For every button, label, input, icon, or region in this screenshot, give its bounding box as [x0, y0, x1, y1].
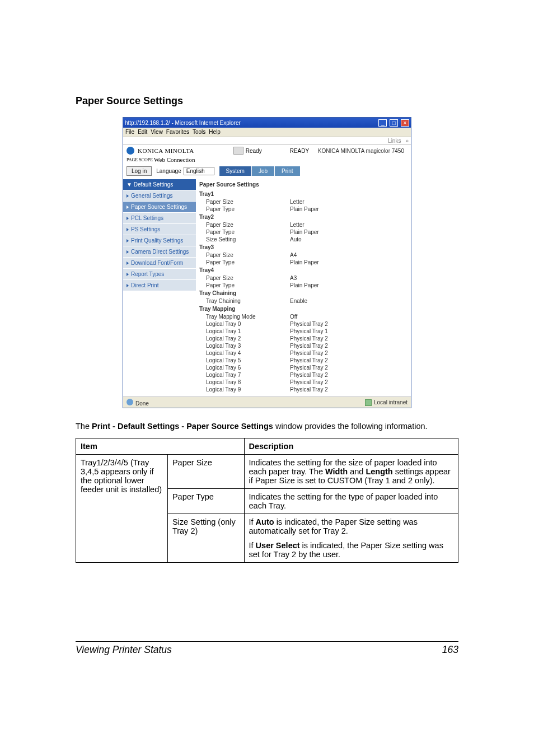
links-bar: Links »: [123, 137, 411, 145]
status-done: Done: [135, 400, 149, 407]
tray-row: Paper SizeLetter: [196, 221, 411, 228]
footer-page: 163: [442, 644, 458, 656]
col-desc: Description: [244, 438, 458, 455]
desc-size-setting: If Auto is indicated, the Paper Size set…: [244, 514, 458, 563]
info-table: Item Description Tray1/2/3/4/5 (Tray 3,4…: [76, 438, 458, 563]
brand-logo-icon: [127, 147, 134, 155]
zone-label: Local intranet: [374, 399, 407, 405]
tray-header: Tray2: [196, 213, 411, 221]
sidebar-item[interactable]: General Settings: [123, 190, 196, 201]
map-row: Logical Tray 2Physical Tray 2: [196, 335, 411, 342]
tray-chaining-header: Tray Chaining: [196, 289, 411, 297]
language-select[interactable]: English: [184, 167, 214, 175]
tray-row: Size SettingAuto: [196, 236, 411, 243]
tray-header: Tray1: [196, 190, 411, 198]
map-row: Logical Tray 5Physical Tray 2: [196, 357, 411, 364]
ie-logo-icon: [402, 129, 409, 136]
tray-row: Paper TypePlain Paper: [196, 206, 411, 213]
pagescope-text: Web Connection: [154, 156, 195, 163]
links-chevron-icon[interactable]: »: [405, 138, 409, 144]
login-button[interactable]: Log in: [127, 166, 152, 176]
item-paper-type: Paper Type: [167, 489, 244, 514]
sidebar-item[interactable]: PS Settings: [123, 223, 196, 235]
map-row: Logical Tray 9Physical Tray 2: [196, 386, 411, 393]
browser-status-bar: Done Local intranet: [123, 396, 411, 408]
col-item: Item: [76, 438, 245, 455]
model-label: KONICA MINOLTA magicolor 7450: [318, 148, 407, 154]
sidebar-header[interactable]: ▼ Default Settings: [123, 179, 196, 190]
minimize-button[interactable]: _: [378, 119, 387, 127]
footer-title: Viewing Printer Status: [76, 644, 172, 656]
tab-system[interactable]: System: [219, 166, 251, 176]
language-label: Language: [156, 168, 181, 174]
sidebar-item[interactable]: Print Quality Settings: [123, 235, 196, 246]
map-row: Logical Tray 3Physical Tray 2: [196, 342, 411, 349]
links-label: Links: [388, 138, 401, 144]
sidebar: ▼ Default Settings General SettingsPaper…: [123, 179, 196, 396]
tray-row: Paper TypePlain Paper: [196, 228, 411, 236]
sidebar-item[interactable]: Paper Source Settings: [123, 201, 196, 212]
desc-paper-size: Indicates the setting for the size of pa…: [244, 455, 458, 489]
tray-row: Paper TypePlain Paper: [196, 282, 411, 289]
item-tray-group: Tray1/2/3/4/5 (Tray 3,4,5 appears only i…: [76, 455, 168, 563]
tray-row: Paper TypePlain Paper: [196, 259, 411, 266]
brand-text: KONICA MINOLTA: [138, 147, 194, 154]
menu-favorites[interactable]: Favorites: [166, 129, 189, 135]
item-paper-size: Paper Size: [167, 455, 244, 489]
sidebar-item[interactable]: Download Font/Form: [123, 257, 196, 268]
tray-row: Paper SizeA4: [196, 251, 411, 259]
window-controls: _ □ ×: [377, 119, 409, 127]
tab-job[interactable]: Job: [252, 166, 274, 176]
status-main: READY: [290, 148, 309, 154]
section-title: Paper Source Settings: [76, 95, 458, 107]
tray-row: Paper SizeA3: [196, 274, 411, 282]
pagescope-sup: PAGE SCOPE: [127, 157, 153, 162]
zone-icon: [365, 399, 372, 406]
map-row: Logical Tray 4Physical Tray 2: [196, 349, 411, 357]
chain-row: Tray ChainingEnable: [196, 297, 411, 305]
title-bar: http://192.168.1.2/ - Microsoft Internet…: [123, 118, 411, 128]
sidebar-item[interactable]: Direct Print: [123, 279, 196, 291]
map-row: Logical Tray 7Physical Tray 2: [196, 371, 411, 379]
product-sub-brand: PAGE SCOPE Web Connection: [123, 155, 411, 166]
tray-row: Paper SizeLetter: [196, 198, 411, 206]
intro-text: The Print - Default Settings - Paper Sou…: [76, 421, 458, 432]
menu-edit[interactable]: Edit: [138, 129, 147, 135]
tray-mapping-header: Tray Mapping: [196, 305, 411, 313]
browser-window: http://192.168.1.2/ - Microsoft Internet…: [123, 117, 411, 408]
window-title: http://192.168.1.2/ - Microsoft Internet…: [125, 120, 241, 126]
close-button[interactable]: ×: [401, 119, 409, 127]
tray-header: Tray4: [196, 266, 411, 274]
controls-row: Log in Language English System Job Print: [123, 166, 411, 179]
tab-print[interactable]: Print: [275, 166, 300, 176]
sidebar-item[interactable]: Camera Direct Settings: [123, 246, 196, 257]
maximize-button[interactable]: □: [390, 119, 398, 127]
sidebar-item[interactable]: Report Types: [123, 268, 196, 279]
menu-tools[interactable]: Tools: [193, 129, 205, 135]
tray-header: Tray3: [196, 243, 411, 251]
menu-view[interactable]: View: [151, 129, 163, 135]
menu-file[interactable]: File: [125, 129, 134, 135]
menu-bar: FileEditViewFavoritesToolsHelp: [123, 128, 411, 137]
map-row: Logical Tray 0Physical Tray 2: [196, 320, 411, 328]
status-label: Ready: [246, 148, 262, 154]
map-row: Logical Tray 8Physical Tray 2: [196, 379, 411, 386]
printer-icon: [233, 147, 243, 155]
map-row: Tray Mapping ModeOff: [196, 313, 411, 320]
globe-icon: [127, 399, 133, 405]
map-row: Logical Tray 1Physical Tray 1: [196, 328, 411, 335]
desc-paper-type: Indicates the setting for the type of pa…: [244, 489, 458, 514]
item-size-setting: Size Setting (only Tray 2): [167, 514, 244, 563]
menu-help[interactable]: Help: [209, 129, 221, 135]
sidebar-item[interactable]: PCL Settings: [123, 212, 196, 223]
app-header: KONICA MINOLTA Ready READY KONICA MINOLT…: [123, 145, 411, 155]
page-footer: Viewing Printer Status 163: [76, 641, 458, 656]
map-row: Logical Tray 6Physical Tray 2: [196, 364, 411, 371]
content-heading: Paper Source Settings: [196, 179, 411, 190]
content-panel: Paper Source Settings Tray1Paper SizeLet…: [196, 179, 411, 396]
